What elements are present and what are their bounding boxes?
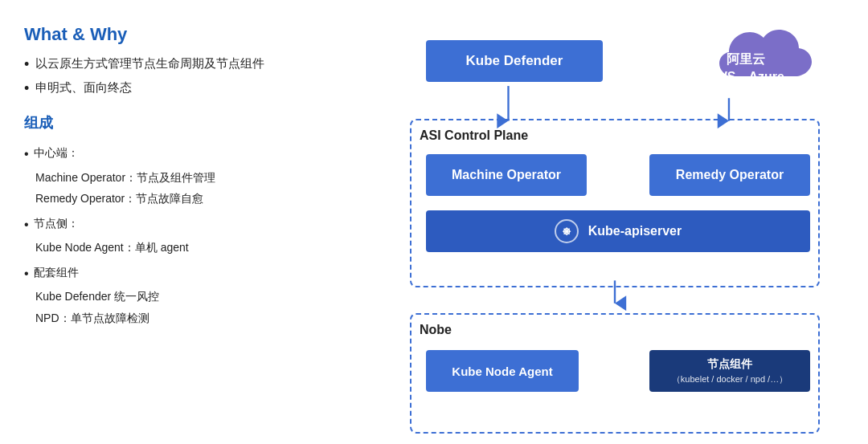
comp-list: 中心端： Machine Operator：节点及组件管理 Remedy Ope… [24,142,362,328]
what-why-list: 以云原生方式管理节点生命周期及节点组件 申明式、面向终态 [24,56,362,97]
kube-apiserver-label: Kube-apiserver [588,224,682,238]
remedy-operator-box: Remedy Operator [649,154,810,196]
remedy-operator-label: Remedy Operator [676,168,784,182]
k8s-icon-glyph: ⎈ [563,224,571,238]
machine-operator-label: Machine Operator [452,168,561,182]
left-panel: What & Why 以云原生方式管理节点生命周期及节点组件 申明式、面向终态 … [24,16,362,428]
machine-operator-box: Machine Operator [426,154,587,196]
node-components-box: 节点组件 （kubelet / docker / npd /…） [649,350,810,392]
asi-control-plane-border [410,119,820,287]
main-title: What & Why [24,24,362,45]
kube-node-agent-box: Kube Node Agent [426,350,579,392]
kube-apiserver-box: ⎈ Kube-apiserver [426,210,810,252]
kube-defender-label: Kube Defender [466,53,563,69]
machine-operator-desc: Machine Operator：节点及组件管理 [24,167,362,189]
bullet-item-1: 以云原生方式管理节点生命周期及节点组件 [24,56,362,74]
kube-defender-box: Kube Defender [426,40,603,82]
cloud-shape [679,24,812,96]
addon-label: 配套组件 [24,262,362,286]
center-side-label: 中心端： [24,142,362,166]
asi-label: ASI Control Plane [420,128,528,143]
bullet-item-2: 申明式、面向终态 [24,80,362,98]
k8s-icon: ⎈ [555,219,579,243]
kube-defender-desc: Kube Defender 统一风控 [24,286,362,308]
architecture-diagram: 阿里云 AWS、Azure Kube Defender ASI Control … [402,24,828,434]
kube-node-agent-desc: Kube Node Agent：单机 agent [24,237,362,259]
comp-title: 组成 [24,113,362,132]
nobe-label: Nobe [420,323,452,337]
kube-node-agent-label: Kube Node Agent [452,365,552,378]
node-side-label: 节点侧： [24,213,362,237]
remedy-operator-desc: Remedy Operator：节点故障自愈 [24,188,362,210]
node-comp-title: 节点组件 [707,356,752,373]
node-comp-sub: （kubelet / docker / npd /…） [672,373,788,386]
npd-desc: NPD：单节点故障检测 [24,308,362,329]
main-container: What & Why 以云原生方式管理节点生命周期及节点组件 申明式、面向终态 … [0,0,868,444]
right-panel: 阿里云 AWS、Azure Kube Defender ASI Control … [394,16,844,428]
